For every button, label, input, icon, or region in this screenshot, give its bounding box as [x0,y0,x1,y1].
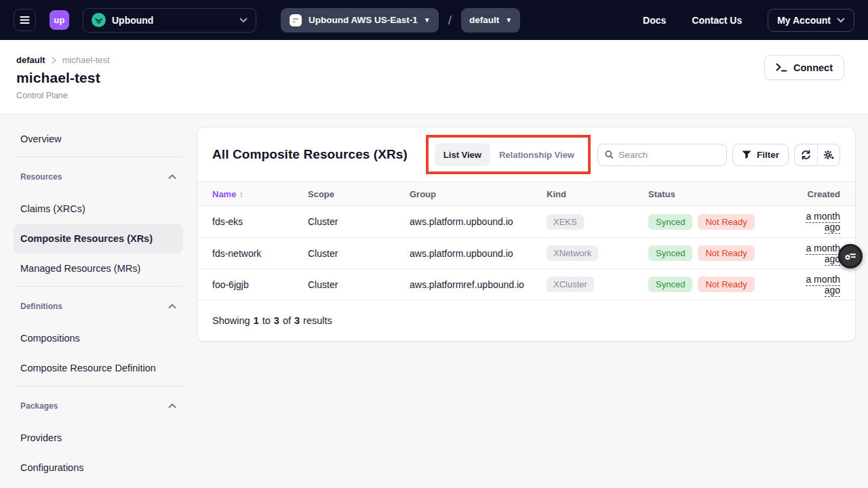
auto-refresh-settings-button[interactable] [817,144,840,165]
sidebar-section-resources[interactable]: Resources [14,160,183,194]
contact-us-link[interactable]: Contact Us [692,15,742,26]
cell-group: aws.platformref.upbound.io [410,279,547,290]
announcements-widget-button[interactable] [838,244,863,268]
sidebar-item-configurations[interactable]: Configurations [14,453,183,483]
footer-total: 3 [294,315,300,326]
cell-scope: Cluster [308,248,410,259]
table-row[interactable]: fds-network Cluster aws.platform.upbound… [197,237,855,268]
table-row[interactable]: fds-eks Cluster aws.platform.upbound.io … [197,206,855,237]
sidebar-item-managed-resources[interactable]: Managed Resources (MRs) [14,253,183,283]
sidebar-section-definitions[interactable]: Definitions [14,289,183,323]
organization-label: Upbound [112,15,153,26]
filter-button[interactable]: Filter [732,144,789,166]
cell-kind: XCluster [547,277,648,292]
page-subtitle: Control Plane [16,91,852,100]
column-header-scope[interactable]: Scope [308,189,410,199]
column-header-created[interactable]: Created [792,189,840,199]
cell-scope: Cluster [308,279,410,290]
column-header-group[interactable]: Group [410,189,547,199]
cell-created: a month ago [792,243,840,264]
created-timestamp[interactable]: a month ago [806,211,840,234]
my-account-dropdown[interactable]: My Account [768,9,854,32]
docs-link[interactable]: Docs [643,15,666,26]
upbound-logo[interactable]: up [50,10,69,30]
sidebar-section-packages[interactable]: Packages [14,389,183,423]
sidebar-item-label: Composite Resource Definition [20,363,156,373]
terminal-icon [776,63,787,72]
space-dropdown[interactable]: Upbound AWS US-East-1 ▼ [281,8,439,33]
cell-status: Synced Not Ready [648,214,792,230]
table-row[interactable]: foo-6jgjb Cluster aws.platformref.upboun… [197,268,855,300]
cell-name[interactable]: fds-eks [212,216,308,227]
hamburger-menu-button[interactable] [14,9,36,31]
kind-badge: XNetwork [547,245,598,261]
connect-button-label: Connect [793,62,833,73]
control-plane-group-dropdown[interactable]: default ▼ [461,8,520,33]
breadcrumb: default michael-test [16,55,852,65]
sidebar-item-claims[interactable]: Claims (XRCs) [14,194,183,224]
table-header-row: Name ↑ Scope Group Kind Status Created [197,182,855,206]
cell-name[interactable]: foo-6jgjb [212,279,308,290]
filter-funnel-icon [742,150,751,159]
column-header-status[interactable]: Status [648,189,792,199]
table-footer: Showing 1 to 3 of 3 results [197,300,855,341]
cell-group: aws.platform.upbound.io [410,248,547,259]
created-timestamp[interactable]: a month ago [806,274,840,297]
chevron-up-icon [168,174,176,180]
top-navbar: up Upbound Upbound AWS US-East-1 ▼ / def… [0,0,868,40]
status-badge-synced: Synced [648,214,692,230]
changelog-icon [844,251,856,261]
chevron-up-icon [168,304,176,309]
path-separator: / [448,13,452,28]
navbar-links: Docs Contact Us My Account [643,9,854,32]
connect-button[interactable]: Connect [764,55,844,80]
hamburger-icon [20,16,30,24]
kind-badge: XCluster [547,277,594,292]
list-view-label: List View [443,150,481,160]
footer-text: of [283,315,291,326]
sidebar-divider [14,386,183,386]
sidebar-item-composite-resources[interactable]: Composite Resources (XRs) [14,224,183,253]
sidebar-item-label: Configurations [20,462,84,473]
kind-badge: XEKS [547,214,584,230]
sidebar-item-composite-resource-definition[interactable]: Composite Resource Definition [14,353,183,383]
created-timestamp[interactable]: a month ago [806,243,840,266]
refresh-button[interactable] [795,144,817,165]
status-badge-synced: Synced [648,277,692,292]
filter-button-label: Filter [757,150,779,160]
breadcrumb-chevron-icon [51,57,57,64]
sidebar-item-compositions[interactable]: Compositions [14,323,183,353]
cell-name[interactable]: fds-network [212,248,308,259]
my-account-label: My Account [777,15,831,26]
refresh-icon [801,150,811,160]
caret-down-icon: ▼ [424,16,431,24]
cell-kind: XNetwork [547,245,648,261]
sidebar-nav: Overview Resources Claims (XRCs) Composi… [14,124,183,488]
sidebar-item-label: Overview [20,134,61,144]
column-header-kind[interactable]: Kind [547,189,648,199]
column-label: Name [212,189,236,199]
view-toggle-wrap: List View Relationship View [435,143,583,166]
search-icon [605,150,613,159]
breadcrumb-root[interactable]: default [16,55,45,65]
sidebar-section-label: Definitions [20,302,62,311]
list-view-tab[interactable]: List View [435,143,490,166]
column-header-name[interactable]: Name ↑ [212,189,308,199]
cell-status: Synced Not Ready [648,277,792,292]
relationship-view-tab[interactable]: Relationship View [490,143,583,166]
composite-resources-panel: All Composite Resources (XRs) List View … [197,127,856,342]
chevron-up-icon [168,403,176,409]
sidebar-item-overview[interactable]: Overview [14,124,183,154]
caret-down-icon: ▼ [505,16,512,24]
organization-dropdown[interactable]: Upbound [83,8,256,33]
sidebar-item-functions[interactable]: Functions [14,483,183,488]
status-badge-not-ready: Not Ready [698,245,754,261]
relationship-view-label: Relationship View [499,150,574,160]
panel-title: All Composite Resources (XRs) [212,147,408,162]
sidebar-item-providers[interactable]: Providers [14,423,183,453]
view-toggle: List View Relationship View [435,143,583,166]
footer-text: results [303,315,332,326]
footer-text: Showing [212,315,250,326]
organization-avatar-icon [92,13,106,27]
search-input[interactable] [618,150,719,160]
